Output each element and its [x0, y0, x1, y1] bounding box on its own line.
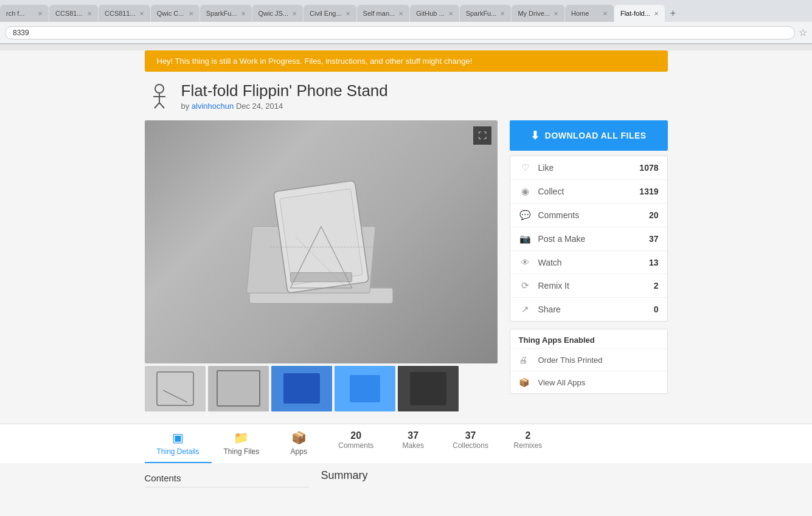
tab-sparkfu2[interactable]: SparkFu... ✕ — [460, 5, 512, 22]
comments-tab-label: Comments — [338, 441, 373, 450]
tab-rch[interactable]: rch f... ✕ — [0, 5, 49, 22]
comments-row[interactable]: 💬 Comments 20 — [510, 204, 667, 227]
tab-remixes[interactable]: 2 Remixes — [501, 424, 555, 463]
tab-close[interactable]: ✕ — [448, 10, 453, 17]
tab-flatfold[interactable]: Flat-fold... ✕ — [614, 5, 665, 22]
summary-column: Summary — [321, 469, 668, 487]
thing-header: Flat-fold Flippin' Phone Stand by alvinh… — [145, 81, 668, 111]
apps-section-title: Thing Apps Enabled — [510, 329, 667, 349]
collect-icon: ◉ — [519, 186, 532, 197]
tab-ccs1[interactable]: CCS81... ✕ — [49, 5, 98, 22]
tab-thing-details[interactable]: ▣ Thing Details — [145, 424, 212, 463]
tab-close[interactable]: ✕ — [654, 10, 659, 17]
tab-close[interactable]: ✕ — [38, 10, 43, 17]
svg-line-4 — [159, 103, 164, 108]
tab-apps[interactable]: 📦 Apps — [271, 424, 326, 463]
download-label: DOWNLOAD ALL FILES — [545, 131, 647, 140]
contents-column: Contents — [145, 469, 309, 487]
tab-close[interactable]: ✕ — [87, 10, 92, 17]
thing-files-icon: 📁 — [234, 430, 249, 445]
comments-icon: 💬 — [519, 210, 532, 221]
tab-close[interactable]: ✕ — [241, 10, 246, 17]
tab-close[interactable]: ✕ — [139, 10, 144, 17]
makes-tab-count: 37 — [408, 430, 418, 441]
tab-comments[interactable]: 20 Comments — [326, 424, 386, 463]
thing-details-icon: ▣ — [172, 430, 184, 445]
bookmark-star-icon[interactable]: ☆ — [799, 27, 807, 38]
tab-close[interactable]: ✕ — [345, 10, 350, 17]
like-icon: ♡ — [519, 162, 532, 173]
thumbnail-4[interactable] — [335, 366, 395, 411]
tab-close[interactable]: ✕ — [603, 10, 608, 17]
share-count: 0 — [654, 304, 659, 314]
collect-count: 1319 — [639, 187, 658, 196]
share-icon: ↗ — [519, 304, 532, 315]
collect-label: Collect — [538, 187, 640, 196]
svg-rect-8 — [279, 188, 363, 284]
comments-tab-count: 20 — [350, 430, 361, 441]
view-all-apps-row[interactable]: 📦 View All Apps — [510, 371, 667, 393]
post-make-row[interactable]: 📷 Post a Make 37 — [510, 227, 667, 251]
new-tab-button[interactable]: + — [665, 5, 681, 22]
expand-image-button[interactable]: ⛶ — [473, 126, 491, 145]
remix-row[interactable]: ⟳ Remix It 2 — [510, 274, 667, 298]
author-link[interactable]: alvinhochun — [192, 101, 234, 111]
tab-self[interactable]: Self man... ✕ — [357, 5, 410, 22]
address-bar-row: ☆ — [0, 22, 812, 44]
tab-makes[interactable]: 37 Makes — [386, 424, 440, 463]
svg-line-3 — [154, 103, 159, 108]
like-row[interactable]: ♡ Like 1078 — [510, 156, 667, 180]
contents-title: Contents — [145, 469, 309, 487]
download-all-files-button[interactable]: ⬇ DOWNLOAD ALL FILES — [510, 120, 668, 151]
collections-tab-label: Collections — [453, 441, 488, 450]
address-input[interactable] — [5, 26, 795, 40]
tab-close[interactable]: ✕ — [398, 10, 403, 17]
tab-close[interactable]: ✕ — [553, 10, 558, 17]
share-row[interactable]: ↗ Share 0 — [510, 298, 667, 321]
main-image-container: ⛶ — [145, 120, 498, 363]
tab-thing-files[interactable]: 📁 Thing Files — [212, 424, 272, 463]
post-make-count: 37 — [649, 234, 659, 244]
order-printed-row[interactable]: 🖨 Order This Printed — [510, 349, 667, 371]
share-label: Share — [538, 304, 654, 314]
stats-box: ♡ Like 1078 ◉ Collect 1319 💬 Comments 20 — [510, 156, 668, 322]
view-all-apps-label: View All Apps — [538, 378, 586, 387]
tabs-row: ▣ Thing Details 📁 Thing Files 📦 Apps 20 … — [133, 424, 680, 463]
tab-collections[interactable]: 37 Collections — [440, 424, 501, 463]
tab-ccs2[interactable]: CCS811... ✕ — [99, 5, 150, 22]
remixes-tab-label: Remixes — [514, 441, 543, 450]
remixes-tab-count: 2 — [525, 430, 530, 441]
tab-sparkfu1[interactable]: SparkFu... ✕ — [200, 5, 252, 22]
main-image — [145, 120, 498, 363]
tab-mydrive[interactable]: My Drive... ✕ — [512, 5, 564, 22]
tab-home[interactable]: Home ✕ — [565, 5, 614, 22]
comments-count: 20 — [649, 210, 659, 220]
svg-point-0 — [155, 84, 164, 93]
tab-close[interactable]: ✕ — [500, 10, 505, 17]
svg-rect-13 — [145, 366, 206, 411]
thumbnail-3[interactable] — [271, 366, 332, 411]
watch-row[interactable]: 👁 Watch 13 — [510, 251, 667, 274]
thumbnail-2[interactable] — [208, 366, 269, 411]
tab-bar: rch f... ✕ CCS81... ✕ CCS811... ✕ Qwic C… — [0, 0, 812, 22]
comments-label: Comments — [538, 210, 649, 220]
remix-icon: ⟳ — [519, 280, 532, 291]
tab-qwic-c[interactable]: Qwic C... ✕ — [151, 5, 200, 22]
browser-chrome: rch f... ✕ CCS81... ✕ CCS811... ✕ Qwic C… — [0, 0, 812, 44]
watch-icon: 👁 — [519, 257, 532, 267]
thumbnail-strip — [145, 366, 498, 411]
collect-row[interactable]: ◉ Collect 1319 — [510, 180, 667, 204]
thumbnail-5[interactable] — [398, 366, 459, 411]
svg-rect-21 — [350, 375, 380, 402]
thumbnail-1[interactable] — [145, 366, 206, 411]
download-icon: ⬇ — [530, 129, 540, 142]
remix-count: 2 — [654, 281, 659, 291]
tab-civil[interactable]: Civil Eng... ✕ — [304, 5, 356, 22]
tab-close[interactable]: ✕ — [189, 10, 193, 17]
view-all-apps-icon: 📦 — [519, 377, 532, 387]
tab-close[interactable]: ✕ — [292, 10, 297, 17]
tab-qwic-js[interactable]: Qwic JS... ✕ — [252, 5, 304, 22]
bottom-tab-bar: ▣ Thing Details 📁 Thing Files 📦 Apps 20 … — [0, 424, 812, 463]
tab-github[interactable]: GitHub ... ✕ — [410, 5, 459, 22]
right-column: ⬇ DOWNLOAD ALL FILES ♡ Like 1078 ◉ Colle… — [510, 120, 668, 394]
